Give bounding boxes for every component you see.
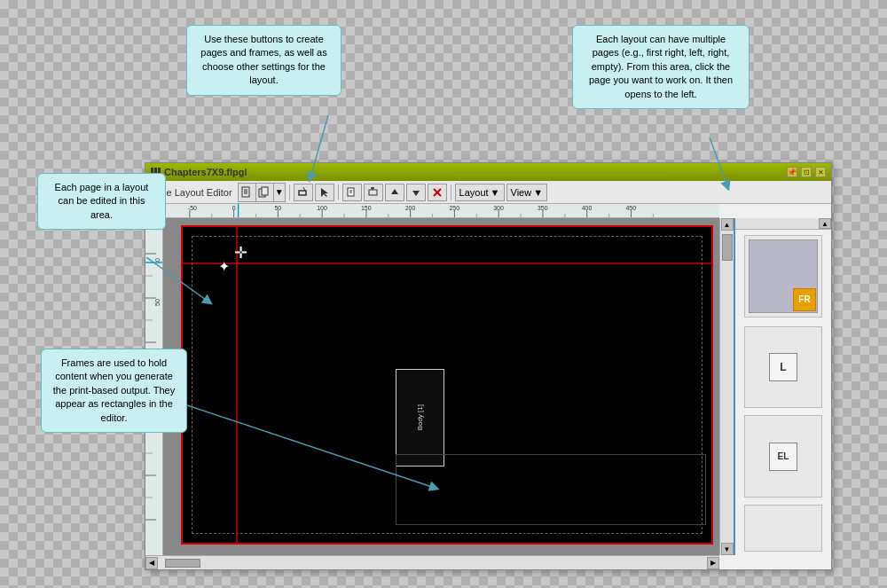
svg-rect-14 bbox=[369, 190, 377, 195]
separator-1 bbox=[289, 184, 290, 200]
page-thumb-partial[interactable] bbox=[744, 505, 822, 552]
body-frame[interactable]: Body [1] bbox=[396, 369, 444, 466]
svg-text:300: 300 bbox=[493, 205, 504, 211]
svg-rect-10 bbox=[299, 191, 306, 195]
page-btn-group: ▼ bbox=[238, 183, 286, 202]
svg-text:350: 350 bbox=[538, 205, 548, 211]
svg-text:50: 50 bbox=[154, 299, 161, 306]
page-button[interactable] bbox=[239, 184, 256, 201]
svg-text:150: 150 bbox=[361, 205, 372, 211]
close-button[interactable]: ✕ bbox=[815, 167, 826, 177]
position-marker: ✦ bbox=[218, 258, 230, 275]
bottom-frame bbox=[396, 454, 706, 525]
page-thumb-el[interactable]: EL bbox=[744, 415, 822, 498]
editor-content-area: 0 50 bbox=[145, 218, 831, 555]
move-down-button[interactable] bbox=[406, 184, 426, 201]
scroll-thumb-h[interactable] bbox=[165, 559, 200, 568]
guide-v bbox=[236, 227, 238, 543]
layout-dropdown[interactable]: Layout ▼ bbox=[455, 184, 505, 201]
move-up-button[interactable] bbox=[385, 184, 404, 201]
separator-3 bbox=[451, 184, 451, 200]
page-badge-l: L bbox=[769, 353, 797, 381]
toolbar: Page Layout Editor ▼ bbox=[145, 181, 831, 204]
main-canvas[interactable]: ✛ ✦ Body [1] bbox=[163, 218, 719, 555]
scroll-down-button[interactable]: ▼ bbox=[721, 543, 734, 555]
svg-text:0: 0 bbox=[232, 205, 236, 211]
editor-window: Chapters7X9.flpgl 📌 ⊡ ✕ Page Layout Edit… bbox=[145, 162, 832, 570]
float-button[interactable]: ⊡ bbox=[801, 167, 812, 177]
svg-text:400: 400 bbox=[582, 205, 593, 211]
frame-tool-button[interactable] bbox=[294, 184, 313, 201]
horizontal-ruler: -50 0 50 100 150 200 250 bbox=[163, 204, 719, 218]
svg-rect-9 bbox=[262, 187, 268, 195]
svg-text:-50: -50 bbox=[188, 205, 197, 211]
page-thumb-fr[interactable]: FR bbox=[744, 235, 822, 318]
guide-h bbox=[183, 263, 711, 264]
scroll-right-button[interactable]: ▶ bbox=[707, 557, 719, 569]
view-dropdown[interactable]: View ▼ bbox=[506, 184, 548, 201]
svg-text:0: 0 bbox=[154, 258, 161, 262]
page-badge-el: EL bbox=[769, 443, 797, 471]
scroll-left-button[interactable]: ◀ bbox=[145, 557, 158, 569]
svg-text:100: 100 bbox=[317, 205, 327, 211]
insert-page-button[interactable] bbox=[342, 184, 362, 201]
panel-scroll-up[interactable]: ▲ bbox=[819, 218, 831, 229]
separator-2 bbox=[338, 184, 339, 200]
copy-button[interactable] bbox=[256, 184, 274, 201]
page-area: ✛ ✦ Body [1] bbox=[181, 225, 713, 545]
tooltip-edit: Each page in a layout can be edited in t… bbox=[37, 173, 166, 230]
select-tool-button[interactable] bbox=[315, 184, 334, 201]
tooltip-buttons: Use these buttons to create pages and fr… bbox=[186, 25, 341, 96]
svg-text:450: 450 bbox=[626, 205, 637, 211]
panel-header: ▲ bbox=[735, 218, 831, 230]
svg-text:200: 200 bbox=[405, 205, 416, 211]
page-badge-fr: FR bbox=[793, 288, 816, 311]
dropdown-arrow-button[interactable]: ▼ bbox=[274, 184, 285, 201]
svg-text:50: 50 bbox=[274, 205, 281, 211]
window-title: Chapters7X9.flpgl bbox=[164, 167, 247, 177]
delete-button[interactable] bbox=[428, 184, 447, 201]
scroll-thumb-v[interactable] bbox=[722, 234, 733, 261]
vertical-scrollbar[interactable]: ▲ ▼ bbox=[719, 218, 734, 555]
svg-text:250: 250 bbox=[449, 205, 459, 211]
horizontal-scrollbar[interactable]: ◀ ▶ bbox=[145, 555, 719, 569]
tooltip-frames: Frames are used to hold content when you… bbox=[41, 349, 187, 433]
crosshair-icon: ✛ bbox=[234, 245, 247, 261]
scroll-up-button[interactable]: ▲ bbox=[721, 218, 734, 231]
body-frame-label: Body [1] bbox=[416, 404, 424, 430]
title-bar: Chapters7X9.flpgl 📌 ⊡ ✕ bbox=[145, 163, 831, 181]
title-bar-controls: 📌 ⊡ ✕ bbox=[787, 167, 826, 177]
page-thumb-l[interactable]: L bbox=[744, 326, 822, 409]
page-panel: ▲ FR L EL bbox=[734, 218, 831, 555]
pin-button[interactable]: 📌 bbox=[787, 167, 797, 177]
tooltip-layout: Each layout can have multiple pages (e.g… bbox=[572, 25, 750, 109]
insert-frame-button[interactable] bbox=[364, 184, 383, 201]
